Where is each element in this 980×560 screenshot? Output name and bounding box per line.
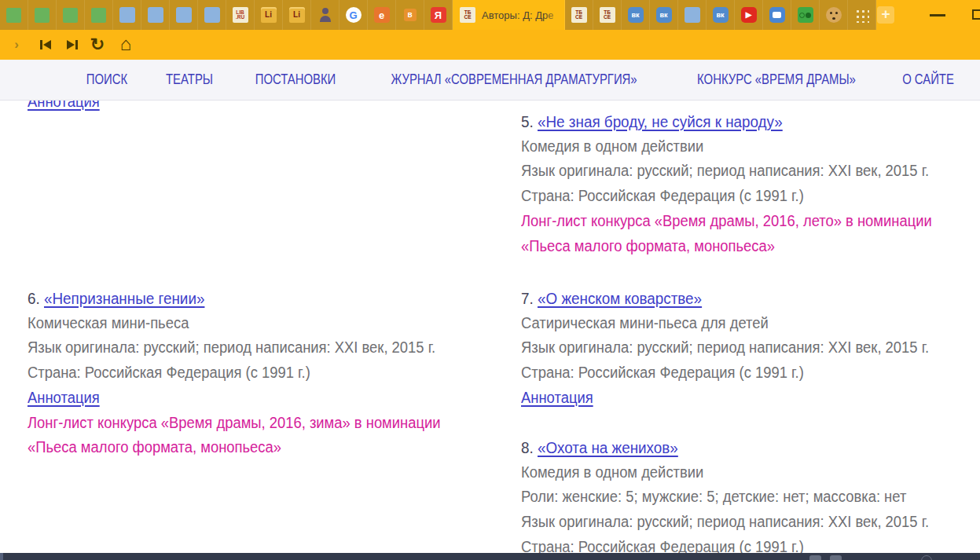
bottom-panel (0, 553, 980, 560)
tab-e-service[interactable]: е (368, 0, 396, 30)
play-heading: 5. «Не зная броду, не суйся к народу» (521, 109, 980, 134)
tab-green-square[interactable] (57, 0, 85, 30)
theatre-icon: ТБСЕ (460, 7, 475, 23)
play-title-link[interactable]: «Не зная броду, не суйся к народу» (538, 112, 783, 130)
annotation-link[interactable]: Аннотация (28, 389, 100, 406)
nav-item-1[interactable]: ТЕАТРЫ (166, 71, 213, 88)
vk-icon: вк (713, 7, 729, 23)
google-icon: G (346, 7, 362, 23)
award-line: Лонг-лист конкурса «Время драмы, 2016, л… (521, 209, 980, 234)
play-annotation-row: Аннотация (28, 386, 490, 411)
play-heading: 8. «Охота на женихов» (521, 435, 980, 460)
play-detail-line: Страна: Российская Федерация (с 1991 г.) (521, 361, 980, 386)
play-annotation-row: Аннотация (521, 386, 980, 411)
new-tab-button[interactable]: + (877, 6, 894, 24)
theatre-icon: ТБСЕ (571, 7, 587, 23)
site-navigation: ПОИСКТЕАТРЫПОСТАНОВКИЖУРНАЛ «СОВРЕМЕННАЯ… (0, 60, 980, 101)
restore-window-button[interactable] (972, 9, 980, 20)
chat-icon (769, 7, 785, 23)
tab-book[interactable] (170, 0, 198, 30)
tab-person[interactable] (311, 0, 340, 30)
tab-v-service[interactable]: в (396, 0, 424, 30)
book-icon (119, 7, 135, 23)
play-detail-line: Язык оригинала: русский; период написани… (28, 335, 490, 361)
play-heading: 6. «Непризнанные гении» (28, 286, 490, 311)
tab-book[interactable] (113, 0, 141, 30)
tab-book[interactable] (141, 0, 170, 30)
browser-toolbar: › ↻ ⌂ theatre-library.ru/authors/d/drey_… (0, 30, 980, 60)
green-app-icon (798, 7, 813, 23)
browser-window: LIB.RULiLiGевЯТБСЕАвторы: Д: ДреТБСЕТБСЕ… (0, 0, 980, 560)
tab-libru[interactable]: LIB.RU (226, 0, 255, 30)
green-square-icon (6, 8, 21, 23)
nav-item-3[interactable]: ЖУРНАЛ «СОВРЕМЕННАЯ ДРАМАТУРГИЯ» (391, 71, 637, 88)
play-detail-line: Роли: женские: 5; мужские: 5; детские: н… (521, 485, 980, 510)
book-icon (204, 7, 220, 23)
hidden-panel-icon (921, 555, 932, 560)
nav-item-0[interactable]: ПОИСК (86, 71, 127, 88)
v-service-icon: в (404, 9, 417, 21)
tab-li-folder[interactable]: Li (255, 0, 283, 30)
play-number: 5. (521, 112, 534, 130)
play-detail-line: Язык оригинала: русский; период написани… (521, 159, 980, 184)
green-square-icon (91, 8, 106, 23)
tab-bar: LIB.RULiLiGевЯТБСЕАвторы: Д: ДреТБСЕТБСЕ… (0, 0, 980, 30)
play-item-7: 7. «О женском коварстве»Сатирическая мин… (521, 286, 980, 411)
play-title-link[interactable]: «Непризнанные гении» (44, 289, 204, 307)
play-detail-line: Страна: Российская Федерация (с 1991 г.) (28, 361, 490, 386)
minimize-button[interactable] (930, 14, 945, 16)
tab-vk[interactable]: вк (650, 0, 678, 30)
web-page: Аннотация ПОИСКТЕАТРЫПОСТАНОВКИЖУРНАЛ «С… (0, 60, 980, 553)
forward-button[interactable] (60, 30, 83, 60)
play-number: 7. (521, 289, 534, 307)
tab-green-square[interactable] (28, 0, 57, 30)
green-square-icon (63, 8, 78, 23)
tab-green-square[interactable] (0, 0, 28, 30)
play-title-link[interactable]: «О женском коварстве» (538, 289, 702, 307)
tab-chat[interactable] (763, 0, 791, 30)
tab-theatre[interactable]: ТБСЕ (593, 0, 622, 30)
active-tab-theatre[interactable]: ТБСЕАвторы: Д: Дре (453, 0, 565, 30)
play-detail-line: Язык оригинала: русский; период написани… (521, 510, 980, 535)
youtube-icon: ▶ (741, 7, 757, 23)
play-heading: 7. «О женском коварстве» (521, 286, 980, 311)
sidebar-chevron-icon[interactable]: › (6, 30, 27, 60)
award-line: Лонг-лист конкурса «Время драмы, 2016, з… (28, 411, 490, 436)
nav-item-5[interactable]: О САЙТЕ (902, 71, 954, 88)
book-icon (148, 7, 163, 23)
tab-yandex[interactable]: Я (424, 0, 453, 30)
bottom-panel-notch (0, 553, 3, 560)
back-button[interactable] (35, 30, 58, 60)
tab-li-folder[interactable]: Li (283, 0, 311, 30)
tab-dog[interactable] (820, 0, 848, 30)
dog-icon (826, 7, 842, 23)
nav-item-2[interactable]: ПОСТАНОВКИ (255, 71, 336, 88)
tab-grid[interactable] (848, 0, 876, 30)
tab-green-square[interactable] (85, 0, 113, 30)
vk-icon: вк (656, 7, 672, 23)
vk-icon: вк (628, 7, 644, 23)
tab-vk[interactable]: вк (622, 0, 650, 30)
play-detail-line: Комедия в одном действии (521, 134, 980, 159)
nav-item-4[interactable]: КОНКУРС «ВРЕМЯ ДРАМЫ» (697, 71, 856, 88)
play-detail-line: Комедия в одном действии (521, 460, 980, 485)
tab-book[interactable] (198, 0, 226, 30)
tab-green-app[interactable] (791, 0, 820, 30)
li-folder-icon: Li (289, 7, 305, 23)
person-icon (317, 7, 333, 23)
active-tab-title: Авторы: Д: Дре (482, 9, 553, 21)
award-line: «Пьеса малого формата, монопьеса» (521, 234, 980, 259)
tab-book[interactable] (678, 0, 707, 30)
reload-button[interactable]: ↻ (86, 30, 109, 60)
tab-youtube[interactable]: ▶ (735, 0, 763, 30)
annotation-link[interactable]: Аннотация (521, 389, 593, 406)
play-item-8: 8. «Охота на женихов»Комедия в одном дей… (521, 435, 980, 553)
grid-icon (854, 8, 869, 23)
award-line: «Пьеса малого формата, монопьеса» (28, 435, 490, 460)
play-title-link[interactable]: «Охота на женихов» (538, 438, 678, 456)
tab-vk[interactable]: вк (707, 0, 735, 30)
play-detail-line: Сатирическая мини-пьеса для детей (521, 311, 980, 336)
tab-theatre[interactable]: ТБСЕ (565, 0, 593, 30)
tab-google[interactable]: G (340, 0, 368, 30)
home-button[interactable]: ⌂ (113, 30, 138, 60)
